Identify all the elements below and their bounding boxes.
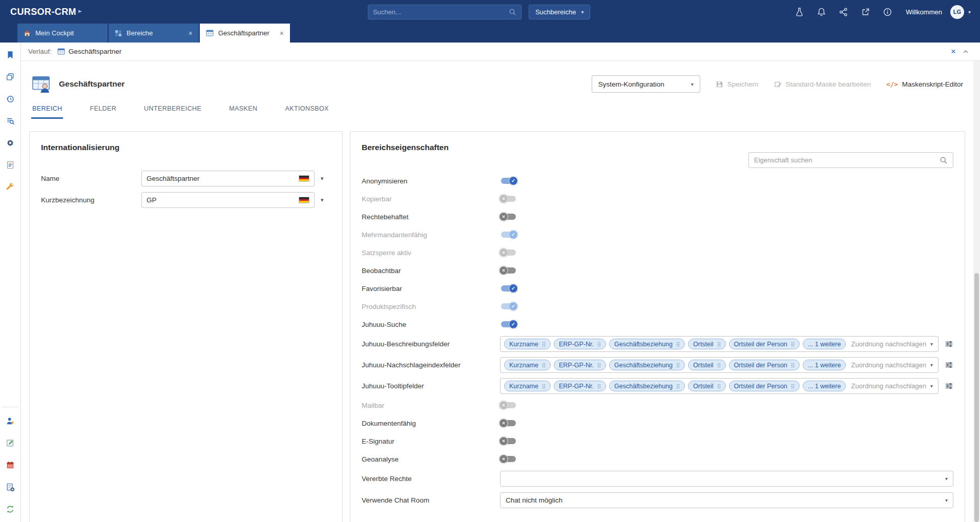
grip-icon <box>542 363 546 368</box>
close-icon[interactable]: × <box>951 47 956 56</box>
sync-icon[interactable] <box>3 502 18 517</box>
person-search-icon[interactable] <box>3 413 18 429</box>
document-icon[interactable] <box>3 157 18 173</box>
chip[interactable]: Geschäftsbeziehung <box>609 360 685 370</box>
user-menu-chevron-icon[interactable]: ▾ <box>968 9 971 15</box>
global-search[interactable] <box>368 5 522 19</box>
chip[interactable]: ERP-GP-Nr. <box>554 339 606 349</box>
tab-label: Mein Cockpit <box>35 29 74 37</box>
name-input[interactable] <box>141 171 315 186</box>
toggle-switch[interactable]: ✓× <box>501 420 516 426</box>
close-icon[interactable]: × <box>189 30 193 37</box>
tab-bereiche[interactable]: Bereiche × <box>109 24 199 43</box>
sidebar-divider <box>2 407 18 407</box>
cross-icon: × <box>502 250 505 255</box>
search-scope-button[interactable]: Suchbereiche ▾ <box>529 5 591 19</box>
chip[interactable]: Geschäftsbeziehung <box>609 381 685 391</box>
history-icon[interactable] <box>3 91 18 107</box>
beaker-icon[interactable] <box>794 7 804 17</box>
search-icon[interactable] <box>509 8 516 16</box>
toggle-switch[interactable]: ✓× <box>501 456 516 462</box>
prop-row-e-signatur: E-Signatur ✓× <box>362 435 953 447</box>
tab-masken[interactable]: MASKEN <box>228 105 258 119</box>
prop-row-beobachtbar: Beobachtbar ✓× <box>362 264 953 277</box>
toggle-switch: ✓× <box>501 303 516 309</box>
edit-standard-mask-button[interactable]: Standard-Maske bearbeiten <box>774 80 871 88</box>
sliders-icon[interactable] <box>945 361 953 369</box>
chip[interactable]: ERP-GP-Nr. <box>554 360 606 370</box>
chevron-down-icon[interactable]: ▾ <box>930 362 933 368</box>
chip-field[interactable]: Kurzname ERP-GP-Nr. Geschäftsbeziehung O… <box>500 357 939 373</box>
prop-label: Kopierbar <box>362 195 500 203</box>
chip[interactable]: Ortsteil der Person <box>729 381 800 391</box>
tab-mein-cockpit[interactable]: Mein Cockpit <box>17 24 108 43</box>
property-search[interactable] <box>748 152 953 168</box>
tab-aktionsbox[interactable]: AKTIONSBOX <box>284 105 329 119</box>
toggle-switch[interactable]: ✓× <box>501 178 516 184</box>
chevron-down-icon[interactable]: ▾ <box>930 341 933 347</box>
chip[interactable]: Ortsteil <box>688 339 726 349</box>
name-input-field[interactable] <box>147 175 295 182</box>
tab-geschaeftspartner[interactable]: Geschäftspartner × <box>200 24 290 43</box>
sliders-icon[interactable] <box>945 340 953 348</box>
chip[interactable]: Ortsteil der Person <box>729 360 800 370</box>
avatar[interactable]: LG <box>950 5 964 19</box>
toggle-switch[interactable]: ✓× <box>501 285 516 291</box>
vererbte-rechte-select[interactable]: ▾ <box>500 471 953 487</box>
chip[interactable]: Ortsteil <box>688 360 726 370</box>
kurzbezeichnung-input-field[interactable] <box>147 196 295 204</box>
chip[interactable]: Kurzname <box>504 360 551 370</box>
cross-icon: × <box>502 439 505 444</box>
bell-icon[interactable] <box>816 7 826 17</box>
chip[interactable]: Ortsteil <box>688 381 726 391</box>
chip[interactable]: Ortsteil der Person <box>729 339 800 349</box>
info-icon[interactable] <box>882 7 892 17</box>
chevron-down-icon[interactable]: ▾ <box>321 175 324 182</box>
mask-script-editor-button[interactable]: </> Maskenskript-Editor <box>886 80 963 88</box>
chip[interactable]: Kurzname <box>504 381 551 391</box>
toggle-switch[interactable]: ✓× <box>501 267 516 274</box>
calendar-icon[interactable] <box>3 457 18 473</box>
chip[interactable]: ERP-GP-Nr. <box>554 381 606 391</box>
search-icon[interactable] <box>940 156 948 164</box>
windows-icon[interactable] <box>3 69 18 85</box>
chip-field[interactable]: Kurzname ERP-GP-Nr. Geschäftsbeziehung O… <box>500 378 939 394</box>
property-search-input[interactable] <box>754 156 935 164</box>
tools-icon[interactable] <box>3 179 18 195</box>
history-item-geschaeftspartner[interactable]: Geschäftspartner <box>57 48 122 55</box>
close-icon[interactable]: × <box>280 30 284 37</box>
cross-icon: × <box>502 403 505 408</box>
chat-room-select[interactable]: Chat nicht möglich ▾ <box>500 492 953 508</box>
chip-more[interactable]: ... 1 weitere <box>803 381 846 391</box>
grip-icon <box>676 342 680 347</box>
toggle-switch[interactable]: ✓× <box>501 438 516 444</box>
scrollbar-thumb[interactable] <box>974 273 979 522</box>
sliders-icon[interactable] <box>945 382 953 390</box>
toggle-switch[interactable]: ✓× <box>501 214 516 220</box>
chip-more[interactable]: ... 1 weitere <box>803 339 846 349</box>
tab-bereich[interactable]: BEREICH <box>31 105 63 119</box>
document-settings-icon[interactable] <box>3 479 18 495</box>
edit-note-icon[interactable] <box>3 435 18 451</box>
config-select[interactable]: System-Konfiguration ▾ <box>592 75 700 93</box>
form-search-icon[interactable] <box>3 113 18 129</box>
toggle-switch[interactable]: ✓× <box>501 321 516 327</box>
panels: Internationalisierung Name ▾ Kurzbezeich… <box>29 131 965 522</box>
chevron-down-icon[interactable]: ▾ <box>930 383 933 389</box>
kurzbezeichnung-input[interactable] <box>141 192 315 208</box>
share-icon[interactable] <box>838 7 848 17</box>
vertical-scrollbar[interactable] <box>973 61 980 522</box>
tab-unterbereiche[interactable]: UNTERBEREICHE <box>143 105 202 119</box>
bookmark-icon[interactable] <box>3 47 18 62</box>
chip[interactable]: Kurzname <box>504 339 551 349</box>
chevron-down-icon[interactable]: ▾ <box>321 197 324 203</box>
open-in-new-icon[interactable] <box>860 7 870 17</box>
chip[interactable]: Geschäftsbeziehung <box>609 339 685 349</box>
gear-icon[interactable] <box>3 135 18 151</box>
chip-field[interactable]: Kurzname ERP-GP-Nr. Geschäftsbeziehung O… <box>500 336 939 352</box>
tab-felder[interactable]: FELDER <box>89 105 117 119</box>
chip-more[interactable]: ... 1 weitere <box>803 360 846 370</box>
save-button[interactable]: Speichern <box>716 80 759 88</box>
chevron-up-icon[interactable] <box>963 50 969 54</box>
global-search-input[interactable] <box>373 8 509 16</box>
